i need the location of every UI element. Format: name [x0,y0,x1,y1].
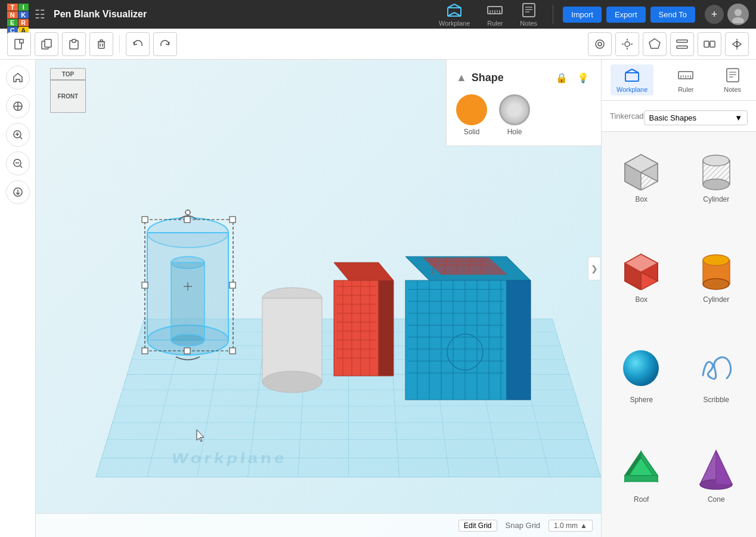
scene-container[interactable]: Workplane [36,95,601,489]
send-to-button[interactable]: Send To [650,7,695,23]
svg-marker-94 [507,280,531,400]
delete-button[interactable] [89,32,113,56]
mirror-button[interactable] [725,32,749,56]
right-panel-header: Tinkercad Basic Shapes ▼ [602,101,756,132]
tab-ruler-label: Ruler [678,86,693,93]
shape-card-sphere[interactable]: Sphere [609,340,674,430]
toolbar-right-actions [588,32,749,56]
box-gray-label: Box [635,195,647,203]
gray-cylinder[interactable] [262,288,322,393]
zoom-out-button[interactable] [6,152,30,175]
ruler-icon [487,2,503,18]
workplane-tab-icon [624,67,640,84]
shape-card-scribble[interactable]: Scribble [684,340,749,430]
view-mode-button[interactable] [588,32,612,56]
export-button[interactable]: Export [606,7,646,23]
group-button[interactable] [698,32,721,56]
light-button[interactable] [615,32,639,56]
red-box[interactable] [334,263,394,376]
viewport[interactable]: TOP FRONT ▲ Shape 🔒 💡 Solid [36,60,601,537]
home-button[interactable] [6,66,30,90]
download-icon [12,186,24,198]
workplane-tab[interactable]: Workplane [433,0,476,29]
box-red-thumb [618,244,665,292]
svg-rect-66 [230,348,236,354]
workplane-icon [446,2,463,18]
svg-point-28 [598,42,602,46]
menu-icon[interactable]: ☷ [35,7,45,21]
scribble-svg [694,345,739,390]
notes-icon [520,2,537,18]
notes-tab[interactable]: Notes [514,0,543,29]
new-button[interactable] [7,32,31,56]
user-avatar[interactable] [727,4,749,25]
align-button[interactable] [670,32,694,56]
cylinder-gray-thumb [692,144,740,192]
right-panel-tabs: Workplane Ruler [602,60,756,101]
add-user-button[interactable]: + [705,5,724,24]
logo-cell-k: K [18,11,29,18]
shape-card-cylinder-gray[interactable]: Cylinder [684,139,749,230]
cylinder-orange-svg [694,245,739,290]
shape-category-dropdown[interactable]: Basic Shapes ▼ [644,110,748,125]
pentagon-icon [648,38,661,51]
paste-button[interactable] [62,32,86,56]
edit-grid-button[interactable]: Edit Grid [458,520,497,532]
selected-cylinder-group[interactable] [142,210,236,360]
cone-svg [694,446,739,490]
shape-card-box-red[interactable]: Box [609,239,674,330]
svg-point-16 [732,17,744,23]
shape-panel-header: ▲ Shape 🔒 💡 [456,69,591,86]
svg-rect-74 [262,298,322,382]
download-button[interactable] [6,180,30,204]
shape-card-cone[interactable]: Cone [684,439,749,530]
tab-notes[interactable]: Notes [718,64,747,95]
tab-notes-label: Notes [724,86,741,93]
svg-point-142 [703,179,729,190]
shape-panel-title: Shape [472,72,504,84]
shape-card-box-gray[interactable]: Box [609,139,674,230]
shape-lock-button[interactable]: 🔒 [553,69,570,86]
copy-button[interactable] [35,32,58,56]
panel-collapse-arrow[interactable]: ❯ [588,257,600,280]
shape-card-cylinder-orange[interactable]: Cylinder [684,239,749,330]
shape-card-roof[interactable]: Roof [609,439,674,530]
svg-point-150 [623,350,659,386]
camera-icon [593,38,606,51]
tinkercad-logo[interactable]: T I N K E R C A D [7,4,29,25]
cone-label: Cone [708,495,725,504]
snap-value-select[interactable]: 1.0 mm ▲ [549,520,593,532]
import-button[interactable]: Import [563,7,602,23]
zoom-in-button[interactable] [6,123,30,147]
shape-button[interactable] [643,32,667,56]
svg-rect-24 [98,42,104,48]
undo-button[interactable] [126,32,150,56]
delete-icon [95,38,107,50]
svg-rect-70 [230,282,236,288]
box-gray-svg [619,146,664,190]
left-panel [0,60,36,537]
svg-point-15 [735,9,742,16]
cursor [197,430,204,442]
shape-panel-collapse[interactable]: ▲ [456,72,467,84]
shape-info-button[interactable]: 💡 [575,69,591,86]
roof-svg [619,446,664,490]
cylinder-orange-thumb [692,244,740,292]
svg-rect-19 [20,39,23,43]
blue-box[interactable] [405,257,531,400]
tab-ruler[interactable]: Ruler [671,64,700,95]
redo-icon [159,38,171,50]
svg-rect-59 [171,263,205,340]
toolbar [0,29,756,60]
zoom-fit-button[interactable] [6,94,30,118]
tab-workplane[interactable]: Workplane [611,64,653,95]
ruler-tab[interactable]: Ruler [481,0,509,29]
svg-point-60 [171,334,205,346]
cylinder-gray-svg [694,146,739,190]
logo-cell-r: R [18,19,29,26]
align-icon [676,38,689,51]
sphere-label: Sphere [630,396,653,404]
redo-button[interactable] [153,32,177,56]
main-area: TOP FRONT ▲ Shape 🔒 💡 Solid [0,60,756,537]
svg-rect-64 [230,217,236,223]
